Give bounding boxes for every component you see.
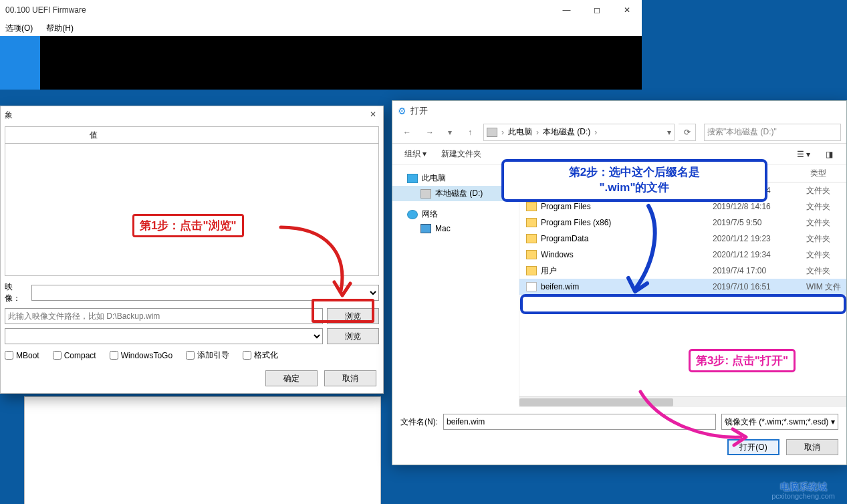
nav-forward-button[interactable]: → <box>420 124 439 141</box>
open-cancel-button[interactable]: 取消 <box>786 439 838 455</box>
addr-dropdown-icon[interactable]: ▾ <box>667 128 671 137</box>
row-date: 2020/1/12 19:23 <box>713 234 806 243</box>
close-icon[interactable]: ✕ <box>367 108 379 120</box>
uefi-firmware-window: 00.100 UEFI Firmware — ◻ ✕ 选项(O) 帮助(H) <box>0 0 642 90</box>
search-placeholder: 搜索"本地磁盘 (D:)" <box>707 126 777 138</box>
breadcrumb-drive[interactable]: 本地磁盘 (D:) <box>543 126 590 138</box>
nav-back-button[interactable]: ← <box>398 124 416 141</box>
chk-compact[interactable] <box>53 351 62 360</box>
new-folder-button[interactable]: 新建文件夹 <box>436 146 487 162</box>
chk-format[interactable] <box>243 351 251 360</box>
nav-up-button[interactable]: ↑ <box>461 124 479 141</box>
maximize-button[interactable]: ◻ <box>582 0 612 20</box>
pc-icon <box>407 174 418 183</box>
drive-icon <box>487 128 497 137</box>
image-select-dialog: 象 ✕ 值 映像： 浏览 浏览 MBoot Compact WindowsToG… <box>0 106 384 394</box>
cancel-button[interactable]: 取消 <box>324 370 376 386</box>
breadcrumb-pc[interactable]: 此电脑 <box>508 126 532 138</box>
nav-history-button[interactable]: ▾ <box>443 124 457 141</box>
filename-label: 文件名(N): <box>400 416 438 428</box>
row-type: 文件夹 <box>806 185 846 197</box>
row-type: WIM 文件 <box>806 281 846 293</box>
nav-bar: ← → ▾ ↑ › 此电脑 › 本地磁盘 (D:) › ▾ ⟳ 搜索"本地磁盘 … <box>392 121 846 144</box>
folder-row[interactable]: Program Files2019/12/8 14:16文件夹 <box>519 199 846 215</box>
chk-windowstogo[interactable] <box>110 351 118 360</box>
close-button[interactable]: ✕ <box>612 0 642 20</box>
view-mode-button[interactable]: ☰ ▾ <box>793 146 814 162</box>
folder-icon <box>526 234 537 243</box>
open-toolbar: 组织 ▾ 新建文件夹 ☰ ▾ ◨ <box>392 144 846 165</box>
organize-menu[interactable]: 组织 ▾ <box>399 146 432 162</box>
row-date: 2019/7/10 16:51 <box>713 282 806 291</box>
folder-tree: 此电脑 本地磁盘 (D:) 网络 Mac <box>392 165 519 407</box>
annotation-step1: 第1步：点击"浏览" <box>132 214 244 237</box>
image-path-input[interactable] <box>5 308 323 324</box>
horizontal-scrollbar[interactable] <box>519 396 846 407</box>
image-label: 映像： <box>5 281 27 304</box>
row-name: beifen.wim <box>541 282 713 291</box>
file-icon <box>526 282 537 291</box>
tree-mac[interactable]: Mac <box>392 222 519 235</box>
folder-row[interactable]: Windows2020/1/12 19:34文件夹 <box>519 247 846 263</box>
folder-row[interactable]: ProgramData2020/1/12 19:23文件夹 <box>519 231 846 247</box>
list-header: 值 <box>5 126 379 144</box>
row-type: 文件夹 <box>806 233 846 245</box>
row-type: 文件夹 <box>806 201 846 213</box>
filetype-text: 镜像文件 (*.wim;*.swm;*.esd) <box>725 416 828 428</box>
file-row[interactable]: beifen.wim2019/7/10 16:51WIM 文件 <box>519 279 846 295</box>
chk-wmboot-label: MBoot <box>16 351 39 360</box>
search-input[interactable]: 搜索"本地磁盘 (D:)" <box>704 124 841 141</box>
image-dropdown[interactable] <box>31 285 379 301</box>
browse-button-2[interactable]: 浏览 <box>327 328 379 344</box>
folder-icon <box>526 218 537 227</box>
minimize-button[interactable]: — <box>552 0 582 20</box>
col-name[interactable]: 名称 <box>519 165 713 182</box>
refresh-button[interactable]: ⟳ <box>679 124 696 141</box>
menu-options[interactable]: 选项(O) <box>1 21 37 35</box>
open-button[interactable]: 打开(O) <box>727 439 779 455</box>
tree-network[interactable]: 网络 <box>392 207 519 222</box>
col-type[interactable]: 类型 <box>806 165 846 182</box>
col-date[interactable]: 修改日期 <box>713 165 806 182</box>
row-type: 文件夹 <box>806 217 846 229</box>
dialog-titlebar: 象 ✕ <box>1 106 383 124</box>
ok-button[interactable]: 确定 <box>265 370 318 386</box>
row-name: Program Files <box>541 202 713 211</box>
folder-icon <box>526 250 537 259</box>
filename-input[interactable] <box>443 414 716 430</box>
folder-row[interactable]: PerfLogs2015/7/10 19:04文件夹 <box>519 182 846 199</box>
row-date: 2019/7/5 9:50 <box>713 218 806 227</box>
folder-row[interactable]: Program Files (x86)2019/7/5 9:50文件夹 <box>519 215 846 231</box>
menu-help[interactable]: 帮助(H) <box>42 21 78 35</box>
browse-button-1[interactable]: 浏览 <box>327 308 379 324</box>
open-title-text: 打开 <box>410 105 428 117</box>
folder-icon <box>526 202 537 211</box>
tree-this-pc[interactable]: 此电脑 <box>392 170 519 186</box>
gear-icon: ⚙ <box>398 106 406 116</box>
target-dropdown[interactable] <box>5 328 323 344</box>
preview-pane-button[interactable]: ◨ <box>818 146 840 162</box>
tree-drive-d[interactable]: 本地磁盘 (D:) <box>392 186 519 201</box>
chk-wtg-label: WindowsToGo <box>121 351 172 360</box>
file-list: 名称 修改日期 类型 PerfLogs2015/7/10 19:04文件夹Pro… <box>519 165 846 407</box>
row-type: 文件夹 <box>806 249 846 261</box>
row-name: 用户 <box>541 265 713 277</box>
background-panel <box>24 396 381 504</box>
file-open-dialog: ⚙ 打开 ← → ▾ ↑ › 此电脑 › 本地磁盘 (D:) › ▾ ⟳ 搜索"… <box>392 100 847 465</box>
address-bar[interactable]: › 此电脑 › 本地磁盘 (D:) › ▾ <box>483 124 675 141</box>
window-title: 00.100 UEFI Firmware <box>5 5 86 15</box>
folder-icon <box>526 186 537 195</box>
drive-icon <box>420 189 431 199</box>
row-name: Windows <box>541 250 713 259</box>
open-titlebar: ⚙ 打开 <box>392 101 846 121</box>
row-type: 文件夹 <box>806 265 846 277</box>
file-list-header: 名称 修改日期 类型 <box>519 165 846 182</box>
filetype-select[interactable]: 镜像文件 (*.wim;*.swm;*.esd)▾ <box>721 414 838 430</box>
folder-row[interactable]: 用户2019/7/4 17:00文件夹 <box>519 263 846 279</box>
row-date: 2015/7/10 19:04 <box>713 186 806 195</box>
menu-bar: 选项(O) 帮助(H) <box>0 20 642 36</box>
chk-wmboot[interactable] <box>5 351 13 360</box>
chk-addboot[interactable] <box>186 351 195 360</box>
chk-addboot-label: 添加引导 <box>197 350 229 361</box>
network-icon <box>407 210 418 219</box>
